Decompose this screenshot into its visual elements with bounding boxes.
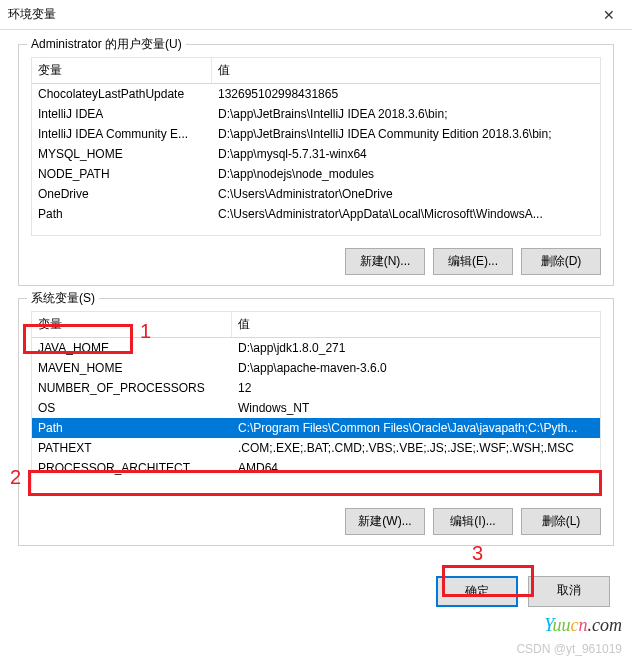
val-cell: D:\app\apache-maven-3.6.0 [232,360,600,376]
val-cell: D:\app\mysql-5.7.31-winx64 [212,146,600,162]
sys-del-button[interactable]: 删除(L) [521,508,601,535]
user-edit-button[interactable]: 编辑(E)... [433,248,513,275]
titlebar: 环境变量 ✕ [0,0,632,30]
var-cell: Path [32,206,212,222]
user-header-var[interactable]: 变量 [32,58,212,83]
table-row[interactable]: PROCESSOR_ARCHITECT...AMD64 [32,458,600,478]
user-vars-header: 变量 值 [31,57,601,84]
var-cell: NUMBER_OF_PROCESSORS [32,380,232,396]
table-row[interactable]: OneDriveC:\Users\Administrator\OneDrive [32,184,600,204]
watermark: Yuucn.com [544,615,622,636]
user-vars-legend: Administrator 的用户变量(U) [27,36,186,53]
val-cell: 132695102998431865 [212,86,600,102]
val-cell: Windows_NT [232,400,600,416]
var-cell: PATHEXT [32,440,232,456]
ok-button[interactable]: 确定 [436,576,518,607]
var-cell: JAVA_HOME [32,340,232,356]
table-row[interactable]: PathC:\Users\Administrator\AppData\Local… [32,204,600,224]
sys-edit-button[interactable]: 编辑(I)... [433,508,513,535]
val-cell: D:\app\JetBrains\IntelliJ IDEA 2018.3.6\… [212,106,600,122]
val-cell: C:\Users\Administrator\AppData\Local\Mic… [212,206,600,222]
cancel-button[interactable]: 取消 [528,576,610,607]
var-cell: MYSQL_HOME [32,146,212,162]
val-cell: 12 [232,380,600,396]
var-cell: IntelliJ IDEA [32,106,212,122]
table-row[interactable]: NUMBER_OF_PROCESSORS12 [32,378,600,398]
sys-buttons: 新建(W)... 编辑(I)... 删除(L) [31,508,601,535]
window-title: 环境变量 [8,6,594,23]
table-row[interactable]: IntelliJ IDEA Community E...D:\app\JetBr… [32,124,600,144]
table-row[interactable]: MAVEN_HOMED:\app\apache-maven-3.6.0 [32,358,600,378]
sys-vars-header: 变量 值 [31,311,601,338]
var-cell: PROCESSOR_ARCHITECT... [32,460,232,476]
val-cell: AMD64 [232,460,600,476]
table-row[interactable]: PathC:\Program Files\Common Files\Oracle… [32,418,600,438]
table-row[interactable]: ChocolateyLastPathUpdate1326951029984318… [32,84,600,104]
user-vars-group: Administrator 的用户变量(U) 变量 值 ChocolateyLa… [18,44,614,286]
var-cell: OneDrive [32,186,212,202]
var-cell: OS [32,400,232,416]
sys-header-var[interactable]: 变量 [32,312,232,337]
var-cell: IntelliJ IDEA Community E... [32,126,212,142]
close-icon[interactable]: ✕ [594,7,624,23]
val-cell: D:\app\jdk1.8.0_271 [232,340,600,356]
val-cell: C:\Program Files\Common Files\Oracle\Jav… [232,420,600,436]
var-cell: ChocolateyLastPathUpdate [32,86,212,102]
sys-vars-group: 系统变量(S) 变量 值 JAVA_HOMED:\app\jdk1.8.0_27… [18,298,614,546]
table-row[interactable]: MYSQL_HOMED:\app\mysql-5.7.31-winx64 [32,144,600,164]
user-del-button[interactable]: 删除(D) [521,248,601,275]
val-cell: C:\Users\Administrator\OneDrive [212,186,600,202]
table-row[interactable]: PATHEXT.COM;.EXE;.BAT;.CMD;.VBS;.VBE;.JS… [32,438,600,458]
table-row[interactable]: IntelliJ IDEAD:\app\JetBrains\IntelliJ I… [32,104,600,124]
sys-vars-legend: 系统变量(S) [27,290,99,307]
table-row[interactable]: JAVA_HOMED:\app\jdk1.8.0_271 [32,338,600,358]
sys-new-button[interactable]: 新建(W)... [345,508,425,535]
sys-header-val[interactable]: 值 [232,312,600,337]
user-vars-list[interactable]: ChocolateyLastPathUpdate1326951029984318… [31,84,601,236]
content-area: Administrator 的用户变量(U) 变量 值 ChocolateyLa… [0,30,632,568]
user-header-val[interactable]: 值 [212,58,600,83]
sys-vars-list[interactable]: JAVA_HOMED:\app\jdk1.8.0_271MAVEN_HOMED:… [31,338,601,496]
user-new-button[interactable]: 新建(N)... [345,248,425,275]
var-cell: NODE_PATH [32,166,212,182]
val-cell: .COM;.EXE;.BAT;.CMD;.VBS;.VBE;.JS;.JSE;.… [232,440,600,456]
var-cell: Path [32,420,232,436]
table-row[interactable]: OSWindows_NT [32,398,600,418]
val-cell: D:\app\nodejs\node_modules [212,166,600,182]
var-cell: MAVEN_HOME [32,360,232,376]
dialog-footer: 确定 取消 [0,568,632,621]
table-row[interactable]: NODE_PATHD:\app\nodejs\node_modules [32,164,600,184]
user-buttons: 新建(N)... 编辑(E)... 删除(D) [31,248,601,275]
val-cell: D:\app\JetBrains\IntelliJ IDEA Community… [212,126,600,142]
credit-text: CSDN @yt_961019 [516,642,622,656]
